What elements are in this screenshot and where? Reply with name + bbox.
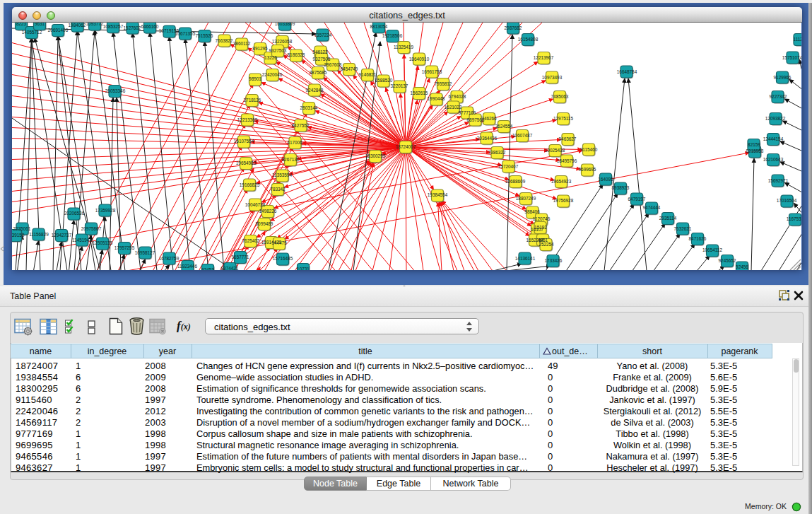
svg-text:1733426: 1733426 — [545, 258, 563, 263]
svg-text:12213369: 12213369 — [237, 117, 258, 122]
svg-text:8938923: 8938923 — [612, 185, 630, 190]
svg-text:16033809: 16033809 — [275, 23, 295, 26]
svg-text:92453: 92453 — [201, 267, 214, 270]
svg-text:2935114: 2935114 — [659, 216, 677, 221]
svg-text:2803144: 2803144 — [300, 105, 318, 110]
svg-text:8215958: 8215958 — [746, 148, 764, 153]
svg-text:6466160: 6466160 — [141, 24, 159, 29]
svg-text:18807249: 18807249 — [516, 196, 536, 201]
svg-text:7357224: 7357224 — [314, 33, 332, 37]
svg-text:164095: 164095 — [598, 177, 613, 182]
svg-text:7515526: 7515526 — [196, 33, 213, 38]
svg-text:98901: 98901 — [249, 76, 261, 81]
svg-text:15716485: 15716485 — [273, 256, 293, 261]
svg-text:18724007: 18724007 — [396, 144, 416, 149]
svg-text:2087682: 2087682 — [505, 25, 522, 30]
svg-text:546123: 546123 — [312, 49, 328, 54]
svg-text:144479: 144479 — [271, 240, 287, 245]
svg-text:14055712: 14055712 — [22, 30, 42, 35]
svg-text:16210643: 16210643 — [763, 157, 784, 162]
svg-text:12444154: 12444154 — [763, 136, 784, 141]
svg-text:16648784: 16648784 — [617, 69, 637, 74]
svg-text:8471626: 8471626 — [689, 236, 707, 241]
svg-text:10607487: 10607487 — [512, 133, 533, 138]
svg-text:9146821: 9146821 — [359, 72, 377, 77]
svg-text:11923446: 11923446 — [177, 264, 197, 269]
svg-text:9463627: 9463627 — [559, 136, 577, 141]
svg-text:18640910: 18640910 — [409, 57, 430, 62]
svg-text:746266: 746266 — [481, 116, 497, 121]
svg-text:19166825: 19166825 — [240, 182, 260, 187]
svg-text:3624554: 3624554 — [495, 124, 513, 129]
svg-text:14136141: 14136141 — [515, 256, 536, 261]
svg-text:12093822: 12093822 — [765, 116, 786, 121]
svg-text:9327503: 9327503 — [269, 48, 287, 53]
svg-text:7663822: 7663822 — [216, 38, 233, 43]
svg-text:1562615: 1562615 — [411, 90, 428, 95]
svg-text:7632621: 7632621 — [674, 226, 692, 231]
svg-text:10688609: 10688609 — [505, 179, 526, 184]
svg-text:9115460: 9115460 — [580, 147, 598, 152]
svg-text:26053346: 26053346 — [105, 88, 126, 93]
svg-text:1984062: 1984062 — [69, 23, 86, 28]
svg-text:3860112: 3860112 — [233, 41, 251, 46]
svg-text:9327508: 9327508 — [313, 57, 331, 62]
svg-text:20691406: 20691406 — [48, 28, 69, 33]
svg-text:1093772: 1093772 — [86, 23, 104, 26]
svg-text:9777169: 9777169 — [459, 110, 476, 115]
svg-text:8374421: 8374421 — [221, 266, 239, 270]
svg-text:10973493: 10973493 — [542, 75, 563, 80]
svg-text:891295: 891295 — [252, 46, 268, 51]
svg-text:17359928: 17359928 — [95, 208, 116, 213]
svg-text:12942737: 12942737 — [52, 233, 72, 238]
svg-text:19654923: 19654923 — [551, 179, 572, 184]
svg-text:2235061: 2235061 — [13, 226, 31, 231]
svg-text:19756928: 19756928 — [553, 198, 574, 203]
svg-text:12213967: 12213967 — [534, 55, 554, 60]
svg-text:18495796: 18495796 — [557, 158, 577, 163]
svg-text:1498226: 1498226 — [259, 209, 277, 214]
svg-text:82159: 82159 — [748, 142, 760, 147]
svg-text:11156829: 11156829 — [29, 232, 49, 237]
svg-text:8454749: 8454749 — [341, 66, 358, 71]
svg-text:18300295: 18300295 — [365, 153, 386, 158]
svg-text:16961758: 16961758 — [422, 69, 442, 74]
svg-text:988406: 988406 — [524, 209, 540, 214]
svg-text:15192: 15192 — [534, 225, 547, 230]
svg-text:1167533: 1167533 — [787, 216, 801, 221]
svg-text:16154808: 16154808 — [518, 37, 539, 42]
svg-text:6794028: 6794028 — [449, 94, 466, 99]
svg-text:1990448: 1990448 — [428, 96, 445, 101]
svg-text:2718126: 2718126 — [244, 98, 261, 103]
svg-text:9227342: 9227342 — [770, 94, 787, 99]
svg-text:8099489: 8099489 — [256, 221, 273, 226]
svg-text:9474444: 9474444 — [643, 205, 661, 210]
svg-text:9242848: 9242848 — [306, 88, 324, 93]
svg-text:1939159: 1939159 — [12, 233, 25, 238]
svg-text:8186328: 8186328 — [288, 52, 305, 57]
svg-text:15720407: 15720407 — [498, 164, 519, 169]
svg-text:10046738: 10046738 — [245, 202, 266, 207]
svg-text:3875685: 3875685 — [310, 70, 327, 75]
svg-text:11451944: 11451944 — [72, 238, 92, 243]
svg-text:1621022: 1621022 — [445, 105, 462, 110]
svg-text:20206536: 20206536 — [64, 211, 85, 216]
svg-text:3220137: 3220137 — [391, 83, 408, 88]
svg-text:9657771: 9657771 — [232, 255, 249, 259]
svg-text:9245652: 9245652 — [719, 258, 736, 263]
svg-text:10025438: 10025438 — [545, 148, 565, 153]
svg-text:19384554: 19384554 — [428, 192, 448, 197]
svg-text:11325419: 11325419 — [394, 45, 413, 49]
svg-text:9699695: 9699695 — [579, 167, 596, 172]
svg-text:8267130: 8267130 — [282, 157, 300, 162]
svg-text:20975867: 20975867 — [81, 226, 102, 231]
svg-text:7386322: 7386322 — [488, 150, 506, 155]
svg-text:7625402: 7625402 — [242, 238, 260, 243]
svg-text:16782759: 16782759 — [159, 256, 180, 261]
svg-text:12505135: 12505135 — [93, 240, 113, 245]
svg-text:1120746: 1120746 — [533, 216, 551, 221]
svg-text:10671355: 10671355 — [175, 31, 196, 36]
svg-text:8813054: 8813054 — [370, 24, 388, 29]
svg-text:9631: 9631 — [35, 23, 45, 26]
svg-text:12975115: 12975115 — [553, 116, 573, 121]
